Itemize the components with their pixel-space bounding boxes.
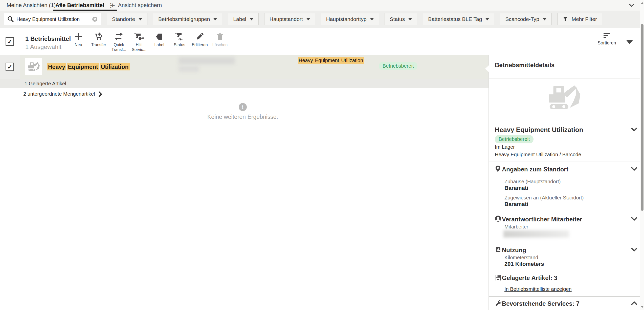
section-title-services: Bevorstehende Services: 7	[502, 300, 580, 307]
tab-label: Alle Betriebsmittel	[55, 2, 104, 9]
hilti-services-button[interactable]: i Hilti Servic...	[129, 32, 149, 52]
more-filter-label: Mehr Filter	[572, 16, 597, 22]
scroll-down-arrow-icon[interactable]	[641, 306, 644, 308]
toolbar-actions: Neu Transfer Quick Transf... i Hilti Ser…	[68, 32, 230, 52]
filter-dropdown-batteriestatus[interactable]: Batteriestatus BLE Tag	[423, 13, 494, 25]
asset-state: Im Lager	[495, 144, 515, 150]
storage-shelf-icon	[495, 274, 502, 281]
more-filter-button[interactable]: Mehr Filter	[557, 13, 602, 25]
cart-icon	[94, 32, 103, 41]
employee-label: Mitarbeiter	[504, 224, 528, 230]
drill-status-icon	[175, 32, 184, 41]
excavator-icon	[546, 84, 583, 112]
asset-row-title[interactable]: HeavyEquipmentUtilization	[47, 64, 130, 70]
collapse-asset-chevron-icon[interactable]	[631, 127, 637, 132]
collapse-nutzung-chevron-icon[interactable]	[631, 247, 637, 252]
asset-row-description: HeavyEquipmentUtilization	[298, 58, 364, 63]
details-panel-title: Betriebsmitteldetails	[495, 62, 554, 69]
chevron-down-icon	[370, 18, 374, 20]
chevron-down-icon	[485, 18, 489, 20]
label-button[interactable]: Label	[149, 32, 169, 52]
stored-items-label: 1 Gelagerte Artikel	[25, 81, 66, 87]
no-more-results-text: Keine weiteren Ergebnisse.	[177, 114, 308, 120]
redacted-employee-name	[503, 230, 569, 238]
redacted-scancode	[179, 57, 235, 64]
filter-label: Standorte	[112, 16, 135, 22]
scroll-up-arrow-icon[interactable]	[641, 2, 644, 4]
panel-notch	[485, 65, 489, 72]
filter-label: Batteriestatus BLE Tag	[428, 16, 482, 22]
pencil-icon	[195, 32, 204, 41]
toolbar-more-dropdown[interactable]	[624, 38, 635, 46]
odometer-value: 201 Kilometers	[504, 261, 544, 267]
asset-image-placeholder	[546, 84, 583, 112]
row-checkbox[interactable]: ✓	[6, 63, 14, 71]
trash-icon	[216, 32, 224, 41]
search-box	[4, 13, 101, 25]
filter-label: Status	[390, 16, 405, 22]
scrollbar-thumb[interactable]	[641, 24, 643, 211]
sort-icon	[603, 32, 611, 38]
excavator-icon	[27, 61, 41, 72]
clear-search-icon[interactable]	[92, 16, 98, 22]
edit-button[interactable]: Editieren	[190, 32, 210, 52]
new-button[interactable]: Neu	[68, 32, 88, 52]
status-button[interactable]: Status	[169, 32, 190, 52]
save-view-button[interactable]: + Ansicht speichern	[110, 0, 162, 11]
collapse-panel-chevron-icon[interactable]	[628, 2, 635, 8]
stored-items-row[interactable]: 1 Gelagerte Artikel	[0, 79, 488, 88]
no-more-results: i Keine weiteren Ergebnisse.	[177, 103, 308, 120]
person-icon	[495, 215, 501, 222]
collapse-services-chevron-icon[interactable]	[631, 301, 637, 306]
chevron-down-icon	[543, 18, 546, 20]
details-panel: Betriebsmitteldetails Heavy Equipment Ut…	[488, 55, 640, 310]
transfer-button[interactable]: Transfer	[88, 32, 109, 52]
wrench-icon	[495, 300, 502, 307]
search-input[interactable]	[16, 16, 89, 22]
info-icon: i	[239, 103, 247, 111]
child-items-label: 2 untergeordnete Mengenartikel	[23, 91, 95, 97]
filter-dropdown-status[interactable]: Status	[385, 13, 417, 25]
filter-bar: Standorte Betriebsmittelgruppen Label Ha…	[0, 11, 644, 28]
plus-icon: +	[110, 2, 115, 9]
assigned-location-label: Zugewiesen an (Aktueller Standort)	[504, 195, 584, 201]
sort-button[interactable]: Sortieren	[596, 32, 618, 46]
assigned-location-value: Baramati	[504, 201, 528, 208]
vertical-scrollbar[interactable]	[640, 0, 644, 310]
filter-dropdown-betriebsmittelgruppen[interactable]: Betriebsmittelgruppen	[153, 13, 222, 25]
child-quantity-items-row[interactable]: 2 untergeordnete Mengenartikel	[0, 88, 488, 100]
redacted-text	[179, 66, 199, 72]
show-in-asset-list-link[interactable]: In Betriebsmittelliste anzeigen	[504, 286, 572, 292]
section-title-mitarbeiter: Verantwortlicher Mitarbeiter	[502, 216, 582, 223]
chevron-right-icon	[99, 91, 102, 97]
save-view-label: Ansicht speichern	[118, 2, 162, 9]
row-status-badge: Betriebsbereit	[379, 62, 417, 70]
collapse-standort-chevron-icon[interactable]	[631, 166, 637, 171]
collapse-mitarbeiter-chevron-icon[interactable]	[631, 216, 637, 221]
chevron-down-icon	[213, 18, 217, 20]
odometer-label: Kilometerstand	[504, 255, 538, 261]
delete-button[interactable]: Löschen	[210, 32, 230, 52]
filter-label: Hauptstandorttyp	[326, 16, 367, 22]
selected-count: 1 Ausgewählt	[25, 43, 61, 50]
filter-dropdown-standorte[interactable]: Standorte	[107, 13, 147, 25]
drill-dropdown-icon: i	[134, 32, 144, 41]
quick-transfer-button[interactable]: Quick Transf...	[109, 32, 129, 52]
filter-label: Scancode-Typ	[505, 16, 539, 22]
my-views-menu[interactable]: Meine Ansichten (1)	[7, 0, 62, 11]
filter-label: Hauptstandort	[270, 16, 303, 22]
filter-dropdown-hauptstandorttyp[interactable]: Hauptstandorttyp	[321, 13, 379, 25]
triangle-down-icon	[626, 40, 633, 44]
home-location-label: Zuhause (Hauptstandort)	[504, 179, 561, 185]
filter-dropdown-label[interactable]: Label	[228, 13, 258, 25]
swap-arrows-icon	[114, 32, 123, 41]
asset-detail-title: Heavy Equipment Utilization	[495, 126, 583, 134]
filter-dropdown-scancode-typ[interactable]: Scancode-Typ	[500, 13, 551, 25]
asset-status-badge: Betriebsbereit	[495, 135, 534, 143]
select-all-checkbox[interactable]: ✓	[6, 37, 14, 46]
tab-alle-betriebsmittel[interactable]: Alle Betriebsmittel ⋮	[55, 0, 114, 11]
section-title-gelagerte-artikel: Gelagerte Artikel: 3	[502, 274, 557, 281]
tag-icon	[155, 32, 164, 41]
filter-dropdown-hauptstandort[interactable]: Hauptstandort	[264, 13, 315, 25]
location-pin-icon	[495, 165, 501, 172]
